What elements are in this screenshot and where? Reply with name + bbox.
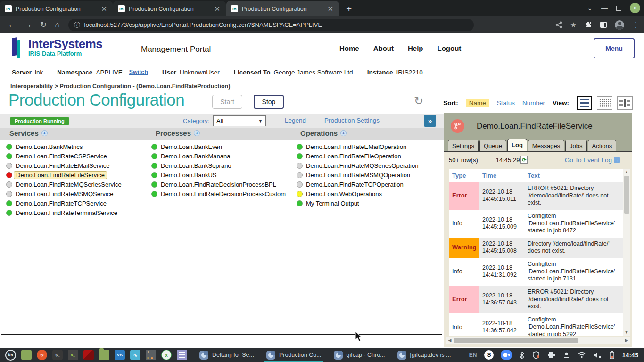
tab-search-chevron-icon[interactable]: ⌄: [587, 4, 593, 12]
scroll-right-icon[interactable]: ▶: [623, 337, 630, 344]
taskbar-window-button[interactable]: Deltanji for Se...: [199, 348, 254, 362]
bookmark-star-icon[interactable]: ★: [570, 21, 577, 29]
language-indicator[interactable]: EN: [469, 352, 477, 358]
process-item[interactable]: Demo.Loan.FindRateDecisionProcessCustom: [151, 189, 286, 198]
add-operation-icon[interactable]: +: [340, 130, 347, 136]
site-info-icon[interactable]: i: [74, 22, 80, 28]
operation-item[interactable]: My Terminal Output: [297, 198, 418, 208]
home-icon[interactable]: ⌂: [55, 20, 59, 30]
taskbar-window-button[interactable]: gifcap - Chro...: [334, 348, 385, 362]
top-nav-link[interactable]: Help: [408, 44, 423, 52]
browser-menu-icon[interactable]: ⋮: [632, 21, 639, 29]
vscode-icon[interactable]: VS: [115, 350, 125, 360]
panel-tab[interactable]: Settings: [448, 140, 479, 152]
breadcrumb[interactable]: Interoperability > Production Configurat…: [10, 83, 230, 90]
notes-icon[interactable]: [177, 350, 187, 360]
panel-tab[interactable]: Messages: [528, 140, 564, 152]
profile-avatar[interactable]: [615, 20, 624, 30]
scroll-down-icon[interactable]: ▼: [623, 329, 630, 336]
production-settings-link[interactable]: Production Settings: [324, 117, 380, 124]
shield-icon[interactable]: [532, 351, 540, 359]
system-monitor-icon[interactable]: ∿: [130, 350, 140, 360]
process-item[interactable]: Demo.Loan.BankSoprano: [151, 161, 286, 170]
legend-link[interactable]: Legend: [285, 117, 306, 124]
process-item[interactable]: Demo.Loan.BankUS: [151, 170, 286, 180]
share-icon[interactable]: [555, 21, 562, 28]
log-refresh-icon[interactable]: ⟳: [520, 156, 528, 164]
go-to-event-log-link[interactable]: Go To Event Log →: [565, 156, 620, 164]
service-item[interactable]: Demo.Loan.FindRateEMailService: [6, 161, 122, 170]
start-button[interactable]: Start: [212, 95, 242, 109]
process-item[interactable]: Demo.Loan.BankEven: [151, 142, 286, 151]
horizontal-scrollbar[interactable]: ◀ ▶: [446, 337, 630, 344]
maximize-button[interactable]: [616, 6, 621, 11]
add-process-icon[interactable]: +: [194, 130, 200, 136]
process-item[interactable]: Demo.Loan.BankManana: [151, 151, 286, 161]
spreadsheet-icon[interactable]: x: [161, 350, 172, 360]
deltanji-app-icon[interactable]: [83, 350, 94, 360]
update-manager-icon[interactable]: ↻: [37, 350, 47, 360]
root-terminal-icon[interactable]: >_: [68, 350, 78, 360]
taskbar-window-button[interactable]: Production Co...: [266, 348, 322, 362]
tab-close-icon[interactable]: ✕: [213, 5, 221, 13]
panel-tab[interactable]: Log: [507, 139, 527, 152]
side-panel-icon[interactable]: [600, 22, 607, 28]
terminal-icon[interactable]: $_: [52, 350, 63, 360]
printer-icon[interactable]: [547, 352, 555, 359]
sort-option[interactable]: Status: [497, 99, 515, 107]
volume-muted-icon[interactable]: [594, 352, 602, 359]
reload-icon[interactable]: ↻: [40, 20, 47, 30]
add-service-icon[interactable]: +: [41, 130, 48, 136]
tab-close-icon[interactable]: ✕: [100, 5, 108, 13]
mint-menu-icon[interactable]: lm: [5, 350, 16, 361]
operation-item[interactable]: Demo.Loan.FindRateTCPOperation: [297, 180, 418, 189]
wifi-icon[interactable]: [578, 352, 586, 358]
extensions-icon[interactable]: [585, 21, 592, 29]
sort-option[interactable]: Name: [466, 99, 489, 107]
top-nav-link[interactable]: Home: [339, 44, 359, 52]
menu-button[interactable]: Menu: [594, 38, 635, 58]
address-bar[interactable]: i localhost:52773/csp/applive/EnsPortal.…: [68, 19, 474, 31]
new-tab-button[interactable]: +: [339, 3, 358, 16]
process-item[interactable]: Demo.Loan.FindRateDecisionProcessBPL: [151, 180, 286, 189]
panel-tab[interactable]: Jobs: [565, 140, 586, 152]
operation-item[interactable]: Demo.Loan.FindRateMQSeriesOperation: [297, 161, 418, 170]
grid-view-icon[interactable]: [597, 96, 612, 110]
operation-item[interactable]: Demo.Loan.WebOperations: [297, 189, 418, 198]
expand-panel-button[interactable]: »: [424, 115, 436, 127]
vertical-scrollbar[interactable]: ▲ ▼: [623, 169, 630, 336]
top-nav-link[interactable]: Logout: [438, 44, 462, 52]
zoom-icon[interactable]: [501, 350, 512, 360]
service-item[interactable]: Demo.Loan.BankMetrics: [6, 142, 122, 151]
operation-item[interactable]: Demo.Loan.FindRateFileOperation: [297, 151, 418, 161]
scroll-left-icon[interactable]: ◀: [446, 337, 453, 344]
operation-item[interactable]: Demo.Loan.FindRateEMailOperation: [297, 142, 418, 151]
service-item[interactable]: Demo.Loan.FindRateCSPService: [6, 151, 122, 161]
panel-tab[interactable]: Queue: [479, 140, 506, 152]
vertical-scroll-thumb[interactable]: [624, 176, 629, 214]
calculator-icon[interactable]: [146, 350, 156, 360]
battery-icon[interactable]: [610, 351, 614, 359]
minimize-button[interactable]: —: [601, 4, 608, 12]
browser-tab[interactable]: IR Production Configuration ✕: [113, 1, 226, 16]
forward-icon[interactable]: →: [24, 20, 32, 30]
tab-close-icon[interactable]: ✕: [326, 5, 334, 13]
category-select[interactable]: All ▼: [213, 115, 266, 126]
browser-tab[interactable]: IR Production Configuration ✕: [0, 1, 113, 16]
close-window-button[interactable]: ×: [630, 3, 640, 13]
user-tray-icon[interactable]: [563, 352, 570, 359]
horizontal-scroll-thumb[interactable]: [454, 338, 578, 343]
split-view-icon[interactable]: [617, 96, 633, 110]
sort-option[interactable]: Number: [522, 99, 545, 107]
skype-icon[interactable]: S: [484, 350, 494, 360]
service-item[interactable]: Demo.Loan.FindRateMSMQService: [6, 189, 122, 198]
top-nav-link[interactable]: About: [373, 44, 394, 52]
panel-tab[interactable]: Actions: [588, 140, 617, 152]
folder-icon[interactable]: [99, 350, 109, 360]
service-item[interactable]: Demo.Loan.FindRateTerminalService: [6, 208, 122, 217]
back-icon[interactable]: ←: [8, 20, 16, 30]
browser-tab[interactable]: IR Production Configuration ✕: [226, 1, 339, 16]
operation-item[interactable]: Demo.Loan.FindRateMSMQOperation: [297, 170, 418, 180]
log-col-time[interactable]: Time: [479, 169, 525, 182]
service-item[interactable]: Demo.Loan.FindRateTCPService: [6, 198, 122, 208]
